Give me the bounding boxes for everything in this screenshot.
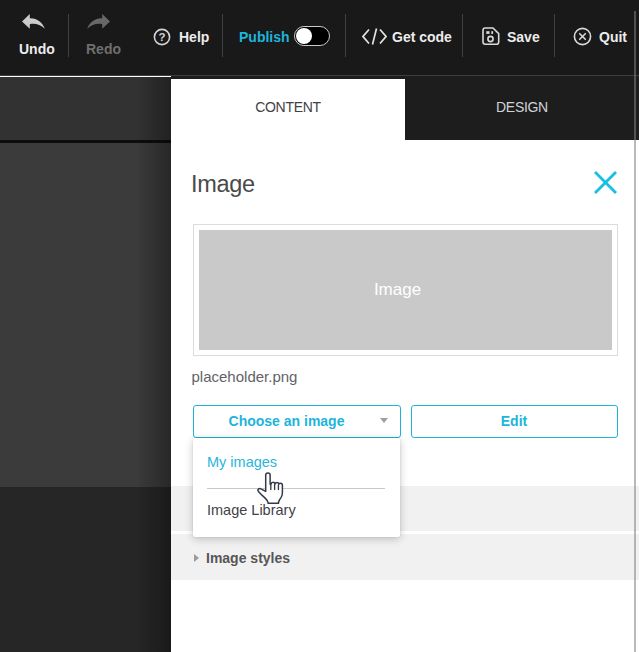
svg-text:?: ?: [158, 31, 165, 43]
